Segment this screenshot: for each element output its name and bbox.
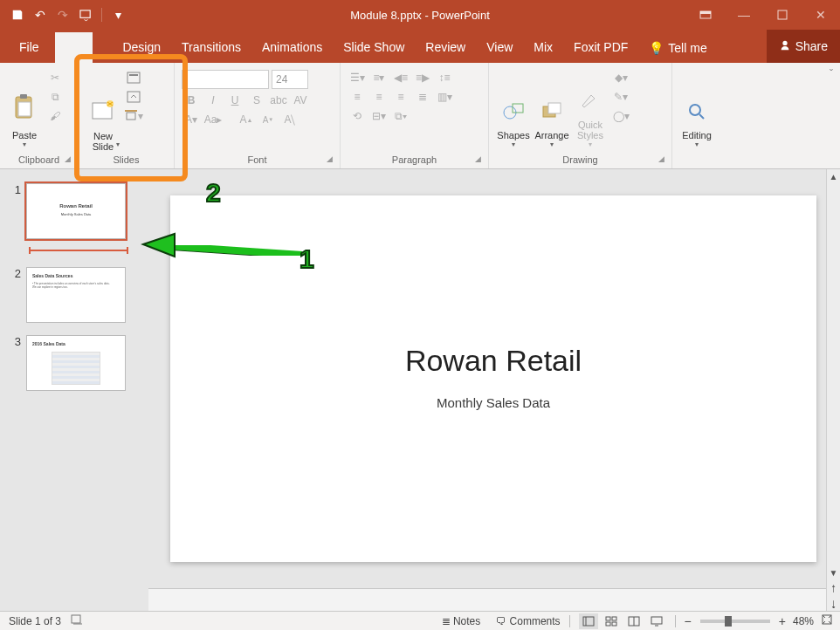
scroll-down-icon[interactable]: ▼ <box>827 565 840 579</box>
clear-formatting-button[interactable]: A⧹ <box>280 112 300 127</box>
quick-styles-button[interactable]: Quick Styles ▾ <box>571 66 609 150</box>
prev-slide-icon[interactable]: ⭡ <box>827 581 840 595</box>
format-painter-icon[interactable]: 🖌 <box>45 108 65 124</box>
shape-outline-button[interactable]: ✎▾ <box>611 89 630 105</box>
font-size-combo[interactable]: 24 <box>272 70 308 89</box>
horizontal-scroll-area <box>148 588 826 611</box>
thumb-3[interactable]: 3 2016 Sales Data <box>0 332 148 400</box>
tab-home[interactable] <box>55 32 93 63</box>
zoom-handle[interactable] <box>725 616 732 627</box>
redo-icon[interactable]: ↷ <box>54 6 72 24</box>
reading-view-icon[interactable] <box>624 613 644 629</box>
tab-foxit[interactable]: Foxit PDF <box>563 32 638 63</box>
collapse-ribbon-icon[interactable]: ˇ <box>830 68 833 80</box>
justify-button[interactable]: ≣ <box>413 89 432 105</box>
thumb-2[interactable]: 2 Sales Data Sources • The presentation … <box>0 264 148 332</box>
font-color-button[interactable]: A▾ <box>182 112 201 127</box>
tab-mix[interactable]: Mix <box>523 32 563 63</box>
close-icon[interactable]: ✕ <box>802 0 840 30</box>
tab-design[interactable]: DDesignesign <box>93 32 171 63</box>
notes-button[interactable]: ≣ Notes <box>442 615 481 627</box>
dialog-launcher-icon[interactable]: ◢ <box>658 154 664 163</box>
italic-button[interactable]: I <box>203 92 223 108</box>
svg-rect-27 <box>606 622 610 626</box>
undo-icon[interactable]: ↶ <box>31 6 49 24</box>
cut-icon[interactable]: ✂ <box>45 70 65 86</box>
shadow-button[interactable]: S <box>247 92 266 108</box>
layout-icon[interactable] <box>124 70 143 86</box>
smartart-button[interactable]: ⧉▾ <box>391 108 410 124</box>
save-icon[interactable] <box>9 6 26 24</box>
maximize-icon[interactable] <box>763 0 802 30</box>
slide-thumbnail[interactable]: 2016 Sales Data <box>26 335 126 391</box>
thumbnail-pane[interactable]: 1 Rowan Retail Monthly Sales Data 2 Sale… <box>0 169 148 611</box>
next-slide-icon[interactable]: ⭣ <box>827 597 840 611</box>
slide-counter[interactable]: Slide 1 of 3 <box>9 615 61 627</box>
bold-button[interactable]: B <box>182 92 201 108</box>
paste-button[interactable]: Paste ▾ <box>5 66 44 150</box>
svg-rect-3 <box>778 10 787 19</box>
tab-transitions[interactable]: Transitions <box>171 32 251 63</box>
slide-thumbnail[interactable]: Rowan Retail Monthly Sales Data <box>26 183 126 239</box>
zoom-out-button[interactable]: − <box>685 614 692 628</box>
reset-icon[interactable] <box>124 89 143 105</box>
shapes-button[interactable]: Shapes ▾ <box>494 66 533 150</box>
align-text-button[interactable]: ⊟▾ <box>369 108 389 124</box>
thumb-1[interactable]: 1 Rowan Retail Monthly Sales Data <box>0 180 148 248</box>
zoom-in-button[interactable]: + <box>779 614 786 628</box>
tab-view[interactable]: View <box>476 32 523 63</box>
arrange-button[interactable]: Arrange ▾ <box>533 66 571 150</box>
tell-me[interactable]: 💡 Tell me <box>638 33 717 63</box>
align-right-button[interactable]: ≡ <box>391 89 410 105</box>
shrink-font-button[interactable]: A▼ <box>258 112 278 127</box>
numbering-button[interactable]: ≡▾ <box>369 70 389 86</box>
tab-review[interactable]: Review <box>415 32 476 63</box>
ribbon-display-options-icon[interactable] <box>686 0 725 30</box>
dialog-launcher-icon[interactable]: ◢ <box>327 154 333 163</box>
increase-indent-button[interactable]: ≡▶ <box>413 70 432 86</box>
change-case-button[interactable]: Aa▸ <box>203 112 223 127</box>
new-slide-button[interactable]: New Slide ▾ <box>84 66 122 150</box>
slide-thumbnail[interactable]: Sales Data Sources • The presentation in… <box>26 267 126 323</box>
slide-canvas[interactable]: Rowan Retail Monthly Sales Data <box>170 195 816 562</box>
decrease-indent-button[interactable]: ◀≡ <box>391 70 410 86</box>
shape-effects-button[interactable]: ◯▾ <box>611 108 630 124</box>
tab-animations[interactable]: Animations <box>251 32 333 63</box>
qat-customize-icon[interactable]: ▾ <box>109 6 127 24</box>
share-button[interactable]: Share <box>767 30 840 63</box>
comments-button[interactable]: 🗨 Comments <box>496 615 560 627</box>
tab-file[interactable]: File <box>9 32 50 63</box>
bullets-button[interactable]: ☰▾ <box>348 70 367 86</box>
char-spacing-button[interactable]: AV <box>291 92 310 108</box>
slide-sorter-view-icon[interactable] <box>602 613 621 629</box>
underline-button[interactable]: U <box>225 92 244 108</box>
strike-button[interactable]: abc <box>269 92 288 108</box>
spellcheck-icon[interactable] <box>70 613 84 628</box>
align-center-button[interactable]: ≡ <box>369 89 389 105</box>
zoom-percent[interactable]: 48% <box>793 615 814 627</box>
scroll-up-icon[interactable]: ▲ <box>827 169 840 183</box>
normal-view-icon[interactable] <box>579 613 598 629</box>
zoom-slider[interactable] <box>700 620 770 623</box>
slide-title[interactable]: Rowan Retail <box>170 344 816 378</box>
tab-slideshow[interactable]: Slide Show <box>333 32 415 63</box>
shape-fill-button[interactable]: ◆▾ <box>611 70 630 86</box>
copy-icon[interactable]: ⧉ <box>45 89 65 105</box>
fit-to-window-icon[interactable] <box>821 613 833 628</box>
line-spacing-button[interactable]: ↕≡ <box>435 70 454 86</box>
grow-font-button[interactable]: A▲ <box>237 112 256 127</box>
text-direction-button[interactable]: ⟲ <box>348 108 367 124</box>
start-from-beginning-icon[interactable] <box>77 6 94 24</box>
align-left-button[interactable]: ≡ <box>348 89 367 105</box>
section-icon[interactable]: ▾ <box>124 108 143 124</box>
slide-subtitle[interactable]: Monthly Sales Data <box>170 395 816 410</box>
slide-show-view-icon[interactable] <box>647 613 666 629</box>
vertical-scrollbar[interactable]: ▲ ▼ ⭡ ⭣ <box>826 169 840 611</box>
editing-button[interactable]: Editing ▾ <box>678 66 716 150</box>
dialog-launcher-icon[interactable]: ◢ <box>65 154 71 163</box>
slide-editor-area[interactable]: Rowan Retail Monthly Sales Data <box>148 169 840 611</box>
dialog-launcher-icon[interactable]: ◢ <box>475 154 481 163</box>
font-family-combo[interactable] <box>182 70 269 89</box>
columns-button[interactable]: ▥▾ <box>435 89 454 105</box>
minimize-icon[interactable]: — <box>725 0 763 30</box>
